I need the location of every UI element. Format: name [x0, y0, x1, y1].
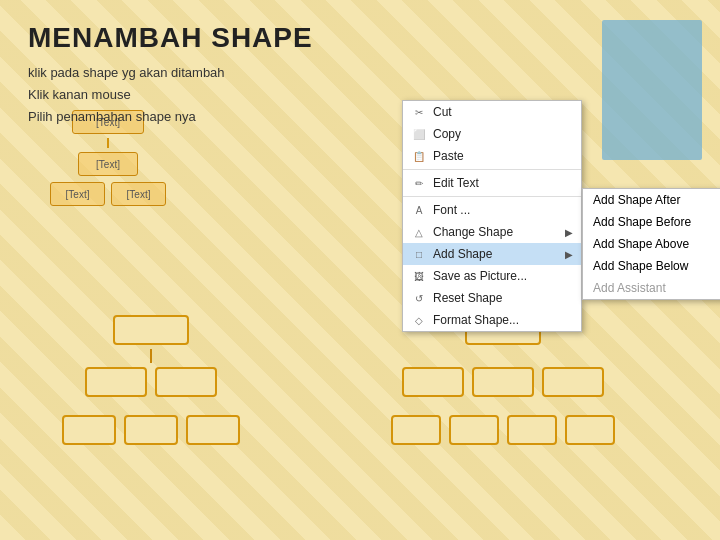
submenu-item-add-after[interactable]: Add Shape After	[583, 189, 720, 211]
menu-item-change-shape[interactable]: △ Change Shape ▶	[403, 221, 581, 243]
org-left-row-1	[113, 315, 189, 345]
add-below-label: Add Shape Below	[593, 259, 688, 273]
cut-icon: ✂	[411, 104, 427, 120]
org-left-box-3-1	[62, 415, 116, 445]
menu-label-change-shape: Change Shape	[433, 225, 513, 239]
submenu-item-add-above[interactable]: Add Shape Above	[583, 233, 720, 255]
paste-icon: 📋	[411, 148, 427, 164]
org-right-box-2-2	[472, 367, 534, 397]
preview-box-text3: [Text]	[50, 182, 105, 206]
context-menu-area: ✂ Cut ⬜ Copy 📋 Paste ✏ Edit Text A Font …	[402, 100, 702, 332]
menu-label-font: Font ...	[433, 203, 470, 217]
org-tree-left	[18, 307, 284, 522]
submenu-item-add-before[interactable]: Add Shape Before	[583, 211, 720, 233]
org-left-box-3-2	[124, 415, 178, 445]
edit-text-icon: ✏	[411, 175, 427, 191]
add-shape-arrow: ▶	[565, 249, 573, 260]
org-left-box-1-1	[113, 315, 189, 345]
format-shape-icon: ◇	[411, 312, 427, 328]
org-left-box-2-1	[85, 367, 147, 397]
org-left-box-2-2	[155, 367, 217, 397]
menu-item-copy[interactable]: ⬜ Copy	[403, 123, 581, 145]
menu-item-font[interactable]: A Font ...	[403, 199, 581, 221]
change-shape-icon: △	[411, 224, 427, 240]
org-right-box-3-2	[449, 415, 499, 445]
instruction-line-1: klik pada shape yg akan ditambah	[28, 62, 692, 84]
connectors-row	[150, 349, 152, 363]
menu-item-save-picture[interactable]: 🖼 Save as Picture...	[403, 265, 581, 287]
submenu-item-add-assistant[interactable]: Add Assistant	[583, 277, 720, 299]
page-title: MENAMBAH SHAPE	[28, 22, 692, 54]
add-shape-submenu[interactable]: Add Shape After Add Shape Before Add Sha…	[582, 188, 720, 300]
org-right-row-3	[391, 415, 615, 445]
font-icon: A	[411, 202, 427, 218]
save-picture-icon: 🖼	[411, 268, 427, 284]
org-left-row-2	[85, 367, 217, 397]
context-menu[interactable]: ✂ Cut ⬜ Copy 📋 Paste ✏ Edit Text A Font …	[402, 100, 582, 332]
copy-icon: ⬜	[411, 126, 427, 142]
menu-item-edit-text[interactable]: ✏ Edit Text	[403, 172, 581, 194]
add-above-label: Add Shape Above	[593, 237, 689, 251]
org-charts-container	[18, 307, 702, 522]
menu-label-edit-text: Edit Text	[433, 176, 479, 190]
preview-box-text4: [Text]	[111, 182, 166, 206]
org-tree-right	[304, 307, 702, 522]
separator-1	[403, 169, 581, 170]
menu-label-copy: Copy	[433, 127, 461, 141]
menu-item-format-shape[interactable]: ◇ Format Shape...	[403, 309, 581, 331]
menu-item-add-shape[interactable]: □ Add Shape ▶	[403, 243, 581, 265]
menu-label-format-shape: Format Shape...	[433, 313, 519, 327]
menu-label-add-shape: Add Shape	[433, 247, 492, 261]
add-after-label: Add Shape After	[593, 193, 680, 207]
blue-background-rect	[602, 20, 702, 160]
menu-item-paste[interactable]: 📋 Paste	[403, 145, 581, 167]
menu-label-cut: Cut	[433, 105, 452, 119]
change-shape-arrow: ▶	[565, 227, 573, 238]
menu-label-reset-shape: Reset Shape	[433, 291, 502, 305]
menu-label-paste: Paste	[433, 149, 464, 163]
org-right-box-2-1	[402, 367, 464, 397]
add-assistant-label: Add Assistant	[593, 281, 666, 295]
org-right-box-3-1	[391, 415, 441, 445]
org-right-box-3-4	[565, 415, 615, 445]
org-right-box-3-3	[507, 415, 557, 445]
menu-item-reset-shape[interactable]: ↺ Reset Shape	[403, 287, 581, 309]
menu-label-save-picture: Save as Picture...	[433, 269, 527, 283]
reset-shape-icon: ↺	[411, 290, 427, 306]
org-right-row-2	[402, 367, 604, 397]
separator-2	[403, 196, 581, 197]
org-left-box-3-3	[186, 415, 240, 445]
org-right-box-2-3	[542, 367, 604, 397]
add-shape-icon: □	[411, 246, 427, 262]
org-left-row-3	[62, 415, 240, 445]
add-before-label: Add Shape Before	[593, 215, 691, 229]
menu-item-cut[interactable]: ✂ Cut	[403, 101, 581, 123]
connector	[150, 349, 152, 363]
submenu-item-add-below[interactable]: Add Shape Below	[583, 255, 720, 277]
